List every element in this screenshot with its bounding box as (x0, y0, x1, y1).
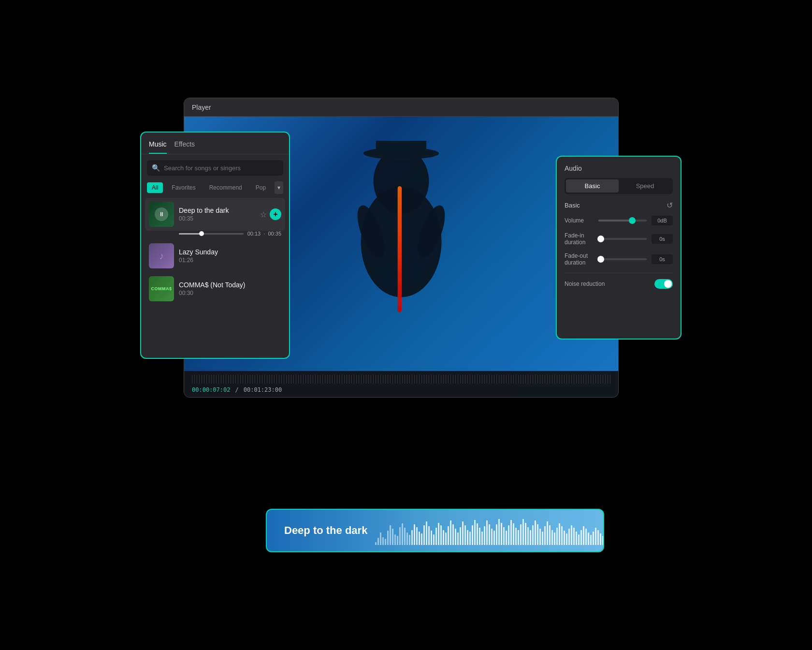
waveform-bar (469, 532, 471, 546)
waveform-bar (443, 530, 444, 546)
filter-favorites[interactable]: Favorites (167, 182, 200, 193)
waveform-bar (419, 532, 420, 546)
waveform-bar (484, 526, 485, 545)
filter-all[interactable]: All (147, 182, 163, 193)
now-playing-title: Deep to the dark (284, 524, 367, 537)
waveform-bar (448, 526, 449, 545)
song-info-deep: Deep to the dark 00:35 (179, 207, 255, 222)
waveform-bar (573, 528, 575, 545)
fade-out-slider-track[interactable] (598, 258, 647, 260)
waveform-bar (489, 524, 490, 546)
waveform-bar (474, 520, 476, 546)
panel-tabs: Music Effects (141, 133, 289, 154)
now-playing-bar: Deep to the dark (266, 509, 604, 552)
waveform-bar (399, 527, 401, 546)
tab-music[interactable]: Music (149, 140, 167, 154)
waveform-bar (551, 530, 553, 546)
noise-reduction-toggle[interactable] (654, 279, 673, 289)
volume-slider-track[interactable] (598, 220, 647, 222)
waveform-bar (568, 529, 570, 545)
waveform-bar (409, 535, 410, 545)
fade-out-value: 0s (652, 254, 673, 264)
waveform-bar (518, 530, 519, 546)
progress-time-display: 00:13 · 00:35 (247, 231, 281, 236)
waveform-bar (554, 532, 555, 545)
waveform-bar (508, 525, 509, 545)
waveform-bar (510, 520, 512, 546)
song-actions-deep: ☆ + (260, 208, 281, 220)
waveform-bar (435, 528, 437, 545)
waveform-bar (479, 528, 480, 545)
waveform-bar (588, 532, 589, 545)
song-item-lazy[interactable]: ♪ Lazy Sunday 01:26 (145, 239, 285, 272)
volume-slider-thumb[interactable] (629, 217, 636, 224)
waveform-bar (564, 531, 565, 545)
noise-reduction-row: Noise reduction (565, 279, 673, 289)
song-item-deep[interactable]: ⏸ Deep to the dark 00:35 ☆ + (145, 198, 285, 231)
reset-icon[interactable]: ↺ (667, 201, 673, 210)
fade-out-slider-thumb[interactable] (597, 256, 604, 263)
pause-button[interactable]: ⏸ (155, 207, 168, 221)
song-progress-fill (179, 233, 202, 235)
play-overlay: ⏸ (149, 202, 174, 227)
waveform-bar (423, 525, 425, 545)
waveform-bar (414, 524, 415, 546)
audio-tab-basic[interactable]: Basic (566, 179, 619, 192)
song-item-comma[interactable]: COMMA$ COMMA$ (Not Today) 00:30 (145, 272, 285, 305)
waveform-bar (467, 530, 468, 546)
waveform-bar (597, 530, 599, 546)
waveform-bar (390, 525, 391, 545)
waveform-bar (433, 534, 435, 546)
waveform-bar (477, 523, 478, 545)
waveform-bar (544, 526, 546, 545)
tab-effects[interactable]: Effects (174, 140, 195, 154)
audio-tab-bar: Basic Speed (565, 178, 673, 194)
filter-pop[interactable]: Pop (251, 182, 271, 193)
waveform (375, 516, 604, 545)
search-input[interactable] (164, 164, 278, 172)
song-thumbnail-deep: ⏸ (149, 202, 174, 227)
waveform-bar (590, 535, 592, 545)
song-thumbnail-lazy: ♪ (149, 243, 174, 268)
waveform-bar (421, 533, 422, 545)
waveform-bar (481, 532, 483, 546)
waveform-bar (404, 528, 406, 545)
audio-tab-speed[interactable]: Speed (619, 179, 671, 192)
waveform-bar (450, 520, 451, 545)
chevron-down-icon: ▾ (277, 184, 280, 191)
star-button-deep[interactable]: ☆ (260, 210, 267, 219)
filter-recommend[interactable]: Recommend (204, 182, 247, 193)
waveform-bar (472, 525, 473, 545)
waveform-bar (547, 521, 548, 545)
waveform-bar (583, 526, 584, 545)
waveform-bar (549, 525, 551, 545)
add-button-deep[interactable]: + (270, 208, 281, 220)
volume-slider-row: Volume 0dB (565, 216, 673, 225)
waveform-bar (394, 534, 396, 546)
waveform-bar (520, 524, 522, 546)
toggle-knob (664, 280, 672, 288)
fade-in-slider-track[interactable] (598, 238, 647, 240)
fade-out-label: Fade-out duration (565, 252, 594, 266)
waveform-bar (392, 529, 393, 545)
song-name-lazy: Lazy Sunday (179, 248, 281, 256)
waveform-bar (501, 523, 502, 546)
waveform-bar (580, 530, 582, 546)
figure-silhouette (324, 141, 478, 373)
fade-in-slider-thumb[interactable] (597, 236, 604, 242)
waveform-bar (411, 530, 413, 546)
song-duration-deep: 00:35 (179, 215, 255, 222)
song-progress-thumb[interactable] (199, 231, 204, 236)
filter-chevron-button[interactable]: ▾ (275, 181, 283, 194)
song-progress-track[interactable] (179, 233, 244, 235)
waveform-bar (503, 527, 505, 546)
noise-reduction-label: Noise reduction (565, 281, 605, 287)
fade-in-slider-row: Fade-in duration 0s (565, 232, 673, 246)
waveform-bar (566, 533, 567, 545)
waveform-bar (385, 539, 386, 546)
fade-out-slider-row: Fade-out duration 0s (565, 252, 673, 266)
search-bar: 🔍 (147, 160, 283, 176)
waveform-bar (406, 532, 408, 545)
volume-value: 0dB (652, 216, 673, 225)
waveform-bar (537, 524, 538, 546)
